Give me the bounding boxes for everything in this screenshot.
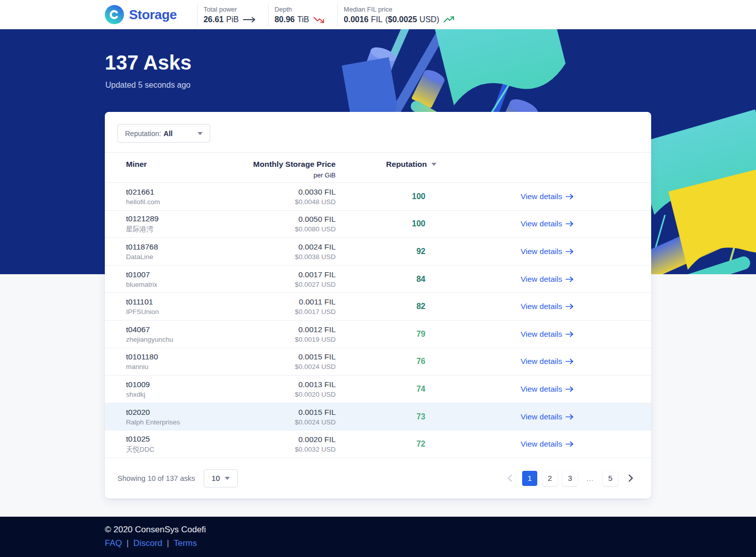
view-details-link[interactable]: View details xyxy=(521,440,574,449)
previous-page-button[interactable] xyxy=(502,471,517,486)
view-details-link[interactable]: View details xyxy=(521,247,574,256)
price-usd: $0.0032 USD xyxy=(245,446,336,453)
stat-label: Depth xyxy=(275,6,325,13)
column-header-reputation[interactable]: Reputation xyxy=(336,160,436,182)
miner-name: Ralph Enterprises xyxy=(126,418,245,426)
price-fil: 0.0030 FIL xyxy=(245,188,336,197)
view-details-label: View details xyxy=(521,385,562,394)
miner-name: hellofil.com xyxy=(126,198,245,206)
price-fil: 0.0024 FIL xyxy=(245,242,336,252)
reputation-score: 92 xyxy=(416,247,425,256)
table-body: t021661 hellofil.com 0.0030 FIL $0.0048 … xyxy=(105,183,651,458)
table-row[interactable]: t0118768 DataLine 0.0024 FIL $0.0038 USD… xyxy=(105,238,651,266)
pagination-controls: 123…5 xyxy=(502,471,638,486)
price-usd: $0.0020 USD xyxy=(245,391,336,398)
view-details-link[interactable]: View details xyxy=(521,412,574,421)
table-header: Miner Monthly Storage Price per GiB Repu… xyxy=(105,153,651,183)
view-details-label: View details xyxy=(521,302,562,311)
arrow-right-icon xyxy=(565,441,574,447)
view-details-link[interactable]: View details xyxy=(521,192,574,201)
updated-timestamp: Updated 5 seconds ago xyxy=(105,81,191,90)
reputation-filter-dropdown[interactable]: Reputation:All xyxy=(117,124,210,143)
miner-name: bluematrix xyxy=(126,281,245,288)
stat-value: 26.61 xyxy=(204,15,224,24)
miner-id: t0101180 xyxy=(126,352,245,361)
view-details-link[interactable]: View details xyxy=(521,357,574,366)
table-row[interactable]: t02020 Ralph Enterprises 0.0015 FIL $0.0… xyxy=(105,403,651,431)
pagination-ellipsis: … xyxy=(583,471,598,486)
column-header-price-sub: per GiB xyxy=(245,171,336,179)
sort-caret-icon xyxy=(431,163,436,166)
miner-id: t021661 xyxy=(126,188,245,197)
page-size-value: 10 xyxy=(212,474,220,482)
pagination-page-1[interactable]: 1 xyxy=(522,471,537,486)
footer-link-discord[interactable]: Discord xyxy=(133,538,162,548)
miner-name: zhejiangyunchu xyxy=(126,336,245,343)
pagination-page-3[interactable]: 3 xyxy=(562,471,578,486)
footer-link-faq[interactable]: FAQ xyxy=(105,538,122,548)
miner-id: t01009 xyxy=(126,380,245,389)
column-header-price: Monthly Storage Price per GiB xyxy=(245,160,336,182)
reputation-score: 76 xyxy=(416,357,425,365)
reputation-score: 100 xyxy=(412,219,425,228)
miner-id: t04067 xyxy=(126,325,245,334)
footer-link-terms[interactable]: Terms xyxy=(173,538,197,548)
arrow-right-icon xyxy=(565,414,574,420)
price-usd: $0.0017 USD xyxy=(245,308,336,316)
view-details-link[interactable]: View details xyxy=(521,330,574,339)
stat-median-fil-price: Median FIL price 0.0016 FIL ($0.0025 USD… xyxy=(337,3,467,26)
miner-id: t0121289 xyxy=(126,214,245,223)
table-row[interactable]: t0121289 星际港湾 0.0050 FIL $0.0080 USD 100… xyxy=(105,211,651,238)
price-usd: $0.0038 USD xyxy=(245,253,336,261)
stat-value: 80.96 xyxy=(275,15,295,24)
price-fil: 0.0015 FIL xyxy=(245,408,336,417)
asks-card: Reputation:All Miner Monthly Storage Pri… xyxy=(105,112,651,499)
table-row[interactable]: t0101180 manniu 0.0015 FIL $0.0024 USD 7… xyxy=(105,348,651,376)
miner-name: 星际港湾 xyxy=(126,225,245,234)
view-details-label: View details xyxy=(521,440,562,449)
table-row[interactable]: t011101 IPFSUnion 0.0011 FIL $0.0017 USD… xyxy=(105,293,651,321)
price-usd: $0.0080 USD xyxy=(245,225,336,233)
pagination-bar: Showing 10 of 137 asks 10 123…5 xyxy=(105,458,651,499)
site-footer: © 2020 ConsenSys Codefi FAQ|Discord|Term… xyxy=(0,517,756,557)
table-row[interactable]: t021661 hellofil.com 0.0030 FIL $0.0048 … xyxy=(105,183,651,211)
arrow-right-icon xyxy=(565,249,574,255)
view-details-link[interactable]: View details xyxy=(521,219,574,228)
stat-label: Total power xyxy=(204,6,256,13)
column-header-reputation-label: Reputation xyxy=(386,160,427,169)
miner-name: IPFSUnion xyxy=(126,308,245,316)
table-row[interactable]: t01007 bluematrix 0.0017 FIL $0.0027 USD… xyxy=(105,266,651,293)
filter-bar: Reputation:All xyxy=(105,112,651,153)
view-details-link[interactable]: View details xyxy=(521,385,574,394)
brand-logo[interactable]: Storage xyxy=(105,5,177,24)
pagination-page-5[interactable]: 5 xyxy=(603,471,618,486)
price-fil: 0.0017 FIL xyxy=(245,270,336,279)
table-row[interactable]: t01009 shxdkj 0.0013 FIL $0.0020 USD 74 … xyxy=(105,376,651,403)
price-fil: 0.0013 FIL xyxy=(245,380,336,389)
miner-name: shxdkj xyxy=(126,391,245,398)
price-fil: 0.0015 FIL xyxy=(245,352,336,361)
reputation-score: 82 xyxy=(416,302,425,311)
stat-label: Median FIL price xyxy=(344,6,455,13)
reputation-filter-label: Reputation: xyxy=(125,130,161,138)
table-row[interactable]: t01025 天悦DDC 0.0020 FIL $0.0032 USD 72 V… xyxy=(105,430,651,458)
arrow-right-icon xyxy=(565,386,574,392)
table-row[interactable]: t04067 zhejiangyunchu 0.0012 FIL $0.0019… xyxy=(105,321,651,348)
price-usd: $0.0027 USD xyxy=(245,281,336,288)
price-usd: $0.0019 USD xyxy=(245,336,336,343)
view-details-label: View details xyxy=(521,219,562,228)
miner-name: 天悦DDC xyxy=(126,445,245,454)
pagination-page-2[interactable]: 2 xyxy=(542,471,557,486)
page-size-dropdown[interactable]: 10 xyxy=(204,469,238,487)
view-details-label: View details xyxy=(521,330,562,339)
trend-down-icon xyxy=(313,16,325,23)
miner-id: t011101 xyxy=(126,297,245,306)
view-details-link[interactable]: View details xyxy=(521,302,574,311)
next-page-button[interactable] xyxy=(623,471,638,486)
price-usd: $0.0024 USD xyxy=(245,363,336,370)
column-header-miner: Miner xyxy=(126,160,245,182)
view-details-link[interactable]: View details xyxy=(521,275,574,284)
view-details-label: View details xyxy=(521,412,562,421)
header-stats: Total power 26.61 PiB Depth 80.96 TiB Me… xyxy=(197,0,468,29)
miner-name: manniu xyxy=(126,363,245,370)
